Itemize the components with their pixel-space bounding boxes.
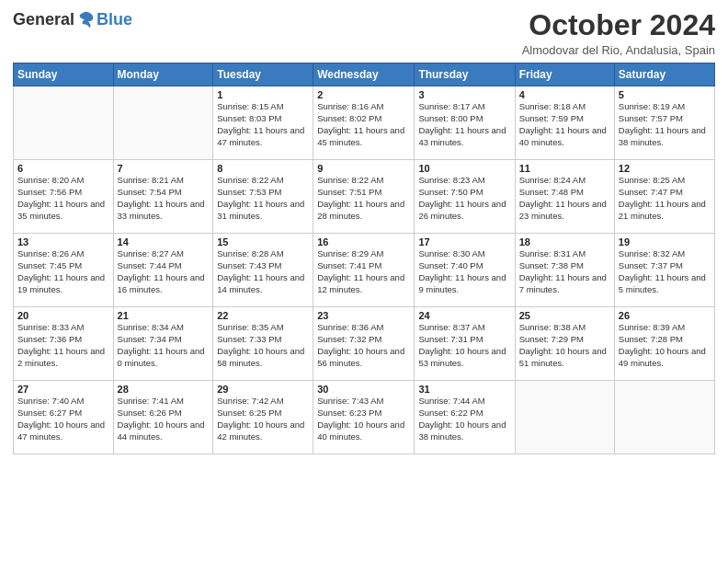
day-number: 18: [519, 236, 610, 247]
col-saturday: Saturday: [614, 63, 714, 86]
table-row: 29Sunrise: 7:42 AM Sunset: 6:25 PM Dayli…: [213, 381, 313, 454]
table-row: 19Sunrise: 8:32 AM Sunset: 7:37 PM Dayli…: [614, 234, 714, 307]
table-row: [14, 86, 114, 160]
table-row: 24Sunrise: 8:37 AM Sunset: 7:31 PM Dayli…: [415, 307, 515, 381]
day-info: Sunrise: 8:15 AM Sunset: 8:03 PM Dayligh…: [217, 101, 309, 148]
table-row: 14Sunrise: 8:27 AM Sunset: 7:44 PM Dayli…: [113, 234, 213, 307]
day-number: 15: [217, 236, 309, 247]
table-row: 26Sunrise: 8:39 AM Sunset: 7:28 PM Dayli…: [614, 307, 714, 381]
day-info: Sunrise: 8:16 AM Sunset: 8:02 PM Dayligh…: [317, 101, 410, 148]
day-info: Sunrise: 7:42 AM Sunset: 6:25 PM Dayligh…: [217, 396, 309, 442]
logo-general-text: General: [13, 10, 74, 29]
table-row: 7Sunrise: 8:21 AM Sunset: 7:54 PM Daylig…: [113, 160, 213, 234]
table-row: 28Sunrise: 7:41 AM Sunset: 6:26 PM Dayli…: [113, 381, 213, 454]
day-info: Sunrise: 8:34 AM Sunset: 7:34 PM Dayligh…: [118, 322, 210, 369]
day-info: Sunrise: 8:21 AM Sunset: 7:54 PM Dayligh…: [118, 175, 210, 222]
table-row: 17Sunrise: 8:30 AM Sunset: 7:40 PM Dayli…: [415, 234, 515, 307]
day-info: Sunrise: 8:30 AM Sunset: 7:40 PM Dayligh…: [418, 248, 510, 295]
day-number: 12: [619, 163, 711, 174]
day-number: 28: [118, 384, 210, 395]
table-row: 12Sunrise: 8:25 AM Sunset: 7:47 PM Dayli…: [614, 160, 714, 234]
week-row-4: 20Sunrise: 8:33 AM Sunset: 7:36 PM Dayli…: [14, 307, 715, 381]
day-number: 29: [217, 384, 309, 395]
month-title: October 2024: [522, 9, 715, 41]
logo-blue-text: Blue: [97, 10, 132, 29]
week-row-3: 13Sunrise: 8:26 AM Sunset: 7:45 PM Dayli…: [14, 234, 715, 307]
table-row: 11Sunrise: 8:24 AM Sunset: 7:48 PM Dayli…: [515, 160, 614, 234]
day-info: Sunrise: 7:44 AM Sunset: 6:22 PM Dayligh…: [418, 396, 510, 442]
day-number: 30: [317, 384, 410, 395]
day-info: Sunrise: 7:43 AM Sunset: 6:23 PM Dayligh…: [317, 396, 410, 442]
table-row: [614, 381, 714, 454]
logo-bird-icon: [76, 9, 97, 29]
day-info: Sunrise: 8:22 AM Sunset: 7:53 PM Dayligh…: [217, 175, 309, 222]
day-info: Sunrise: 8:18 AM Sunset: 7:59 PM Dayligh…: [519, 101, 610, 148]
day-info: Sunrise: 8:17 AM Sunset: 8:00 PM Dayligh…: [418, 101, 510, 148]
day-number: 2: [317, 89, 410, 100]
day-number: 8: [217, 163, 309, 174]
day-number: 16: [317, 236, 410, 247]
day-number: 6: [17, 163, 109, 174]
day-number: 4: [519, 89, 610, 100]
col-monday: Monday: [113, 63, 213, 86]
day-info: Sunrise: 8:31 AM Sunset: 7:38 PM Dayligh…: [519, 248, 610, 295]
col-friday: Friday: [515, 63, 614, 86]
day-number: 7: [118, 163, 210, 174]
day-info: Sunrise: 8:20 AM Sunset: 7:56 PM Dayligh…: [17, 175, 109, 222]
day-number: 27: [17, 384, 109, 395]
table-row: [113, 86, 213, 160]
day-info: Sunrise: 8:27 AM Sunset: 7:44 PM Dayligh…: [118, 248, 210, 295]
day-number: 3: [418, 89, 510, 100]
day-number: 11: [519, 163, 610, 174]
day-info: Sunrise: 8:24 AM Sunset: 7:48 PM Dayligh…: [519, 175, 610, 222]
day-info: Sunrise: 8:36 AM Sunset: 7:32 PM Dayligh…: [317, 322, 410, 369]
title-section: October 2024 Almodovar del Rio, Andalusi…: [522, 9, 715, 57]
day-info: Sunrise: 8:29 AM Sunset: 7:41 PM Dayligh…: [317, 248, 410, 295]
col-sunday: Sunday: [14, 63, 114, 86]
week-row-5: 27Sunrise: 7:40 AM Sunset: 6:27 PM Dayli…: [14, 381, 715, 454]
logo: General Blue: [13, 9, 132, 29]
table-row: 23Sunrise: 8:36 AM Sunset: 7:32 PM Dayli…: [313, 307, 415, 381]
day-info: Sunrise: 8:23 AM Sunset: 7:50 PM Dayligh…: [418, 175, 510, 222]
day-number: 9: [317, 163, 410, 174]
day-info: Sunrise: 8:32 AM Sunset: 7:37 PM Dayligh…: [619, 248, 711, 295]
col-thursday: Thursday: [415, 63, 515, 86]
day-number: 1: [217, 89, 309, 100]
table-row: 20Sunrise: 8:33 AM Sunset: 7:36 PM Dayli…: [14, 307, 114, 381]
header-row: Sunday Monday Tuesday Wednesday Thursday…: [14, 63, 715, 86]
table-row: 16Sunrise: 8:29 AM Sunset: 7:41 PM Dayli…: [313, 234, 415, 307]
table-row: 4Sunrise: 8:18 AM Sunset: 7:59 PM Daylig…: [515, 86, 614, 160]
day-info: Sunrise: 8:39 AM Sunset: 7:28 PM Dayligh…: [619, 322, 711, 369]
week-row-1: 1Sunrise: 8:15 AM Sunset: 8:03 PM Daylig…: [14, 86, 715, 160]
table-row: 6Sunrise: 8:20 AM Sunset: 7:56 PM Daylig…: [14, 160, 114, 234]
day-number: 31: [418, 384, 510, 395]
col-tuesday: Tuesday: [213, 63, 313, 86]
table-row: 8Sunrise: 8:22 AM Sunset: 7:53 PM Daylig…: [213, 160, 313, 234]
day-number: 14: [118, 236, 210, 247]
day-info: Sunrise: 8:37 AM Sunset: 7:31 PM Dayligh…: [418, 322, 510, 369]
day-number: 19: [619, 236, 711, 247]
day-number: 26: [619, 310, 711, 321]
table-row: 25Sunrise: 8:38 AM Sunset: 7:29 PM Dayli…: [515, 307, 614, 381]
day-number: 25: [519, 310, 610, 321]
table-row: 27Sunrise: 7:40 AM Sunset: 6:27 PM Dayli…: [14, 381, 114, 454]
table-row: 3Sunrise: 8:17 AM Sunset: 8:00 PM Daylig…: [415, 86, 515, 160]
table-row: 10Sunrise: 8:23 AM Sunset: 7:50 PM Dayli…: [415, 160, 515, 234]
day-number: 21: [118, 310, 210, 321]
day-number: 5: [619, 89, 711, 100]
day-number: 23: [317, 310, 410, 321]
table-row: 22Sunrise: 8:35 AM Sunset: 7:33 PM Dayli…: [213, 307, 313, 381]
table-row: 18Sunrise: 8:31 AM Sunset: 7:38 PM Dayli…: [515, 234, 614, 307]
table-row: 21Sunrise: 8:34 AM Sunset: 7:34 PM Dayli…: [113, 307, 213, 381]
day-info: Sunrise: 8:22 AM Sunset: 7:51 PM Dayligh…: [317, 175, 410, 222]
table-row: 5Sunrise: 8:19 AM Sunset: 7:57 PM Daylig…: [614, 86, 714, 160]
table-row: [515, 381, 614, 454]
table-row: 2Sunrise: 8:16 AM Sunset: 8:02 PM Daylig…: [313, 86, 415, 160]
day-number: 17: [418, 236, 510, 247]
week-row-2: 6Sunrise: 8:20 AM Sunset: 7:56 PM Daylig…: [14, 160, 715, 234]
calendar: Sunday Monday Tuesday Wednesday Thursday…: [13, 63, 715, 454]
day-number: 10: [418, 163, 510, 174]
page: General Blue October 2024 Almodovar del …: [0, 0, 728, 563]
day-number: 22: [217, 310, 309, 321]
day-info: Sunrise: 8:19 AM Sunset: 7:57 PM Dayligh…: [619, 101, 711, 148]
